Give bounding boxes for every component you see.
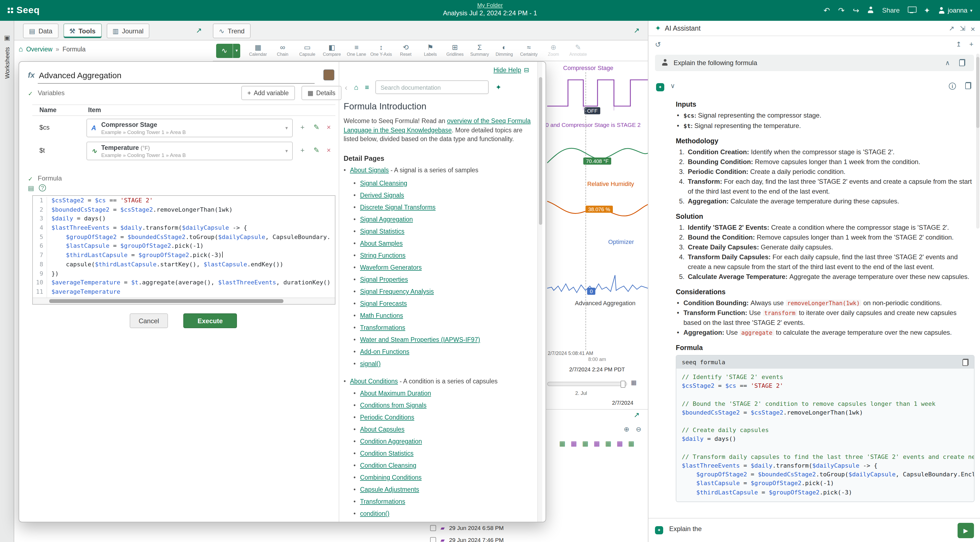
help-topic-link[interactable]: String Functions [360, 252, 406, 259]
table-icon[interactable]: ▦ [571, 440, 577, 447]
variable-add-icon[interactable]: + [301, 146, 304, 154]
copy-message-icon[interactable] [959, 59, 965, 68]
panel-tab[interactable]: ⚒ Tools [63, 24, 102, 38]
formula-editor[interactable]: 1 $csStage2 = $cs == 'STAGE 2' 2 $bounde… [32, 195, 336, 305]
seeq-logo[interactable]: Seeq [0, 5, 47, 16]
user-message-card[interactable]: Explain the following formula ∧ [655, 55, 974, 71]
help-ai-sparkle-icon[interactable]: ✦ [495, 83, 501, 91]
help-topic-link[interactable]: signal() [360, 361, 380, 367]
help-topic-link[interactable]: Condition Aggregation [360, 438, 422, 445]
ai-scrollbar[interactable] [976, 54, 980, 229]
new-chat-icon[interactable]: + [969, 40, 974, 48]
help-topic-link[interactable]: Waveform Generators [360, 264, 422, 271]
about-signals-link[interactable]: About Signals [350, 167, 389, 173]
help-scrollbar[interactable] [537, 62, 542, 522]
range-calendar-icon[interactable]: ▦ [631, 379, 636, 386]
variable-edit-icon[interactable]: ✎ [313, 146, 320, 154]
copy-code-icon[interactable] [963, 359, 969, 366]
capsule-row-checkbox[interactable] [430, 537, 436, 542]
help-topic-link[interactable]: Discrete Signal Transforms [360, 204, 436, 211]
toolbar-button[interactable]: ⚑ Labels [418, 41, 443, 60]
copy-response-icon[interactable] [965, 82, 971, 91]
table-icon[interactable]: ▦ [559, 440, 565, 447]
help-topic-link[interactable]: Transformations [360, 498, 405, 505]
help-topic-link[interactable]: Periodic Conditions [360, 414, 414, 421]
table-icon[interactable]: ▦ [628, 440, 635, 447]
help-scrollbar-thumb[interactable] [539, 77, 542, 225]
ai-prompt-input[interactable] [669, 525, 943, 533]
user-menu[interactable]: joanna ▾ [939, 6, 972, 14]
toolbar-button[interactable]: ∞ Chain [270, 41, 295, 60]
ai-assistant-toggle-icon[interactable]: ✦ [924, 6, 930, 14]
table-icon[interactable]: ▦ [582, 440, 589, 447]
help-home-icon[interactable]: ⌂ [354, 83, 358, 91]
hide-help-link[interactable]: Hide Help ⊟ [493, 66, 529, 74]
editor-hscrollbar-thumb[interactable] [49, 299, 283, 303]
toolbar-button[interactable]: ≡ One Lane [344, 41, 369, 60]
help-topic-link[interactable]: Condition Statistics [360, 450, 414, 457]
toolbar-button[interactable]: ↕ One Y-Axis [369, 41, 393, 60]
display-range-slider[interactable] [547, 382, 627, 386]
help-topic-link[interactable]: Water and Steam Properties (IAPWS-IF97) [360, 336, 480, 343]
formula-help-icon[interactable]: ? [39, 184, 46, 191]
color-swatch[interactable] [323, 70, 334, 80]
execute-button[interactable]: Execute [183, 313, 237, 328]
panel-tab[interactable]: ▥ Journal [107, 24, 150, 38]
help-topic-link[interactable]: Condition Cleansing [360, 462, 417, 469]
capsule-pane-expand-icon[interactable]: ↗ [634, 411, 640, 419]
variable-item-select[interactable]: A Compressor Stage Example » Cooling Tow… [86, 119, 293, 137]
help-topic-link[interactable]: Conditions from Signals [360, 402, 426, 408]
help-topic-link[interactable]: About Samples [360, 240, 403, 247]
undo-icon[interactable]: ↶ [824, 6, 830, 14]
table-icon[interactable]: ▦ [605, 440, 611, 447]
help-topic-link[interactable]: Math Functions [360, 312, 403, 319]
help-topic-link[interactable]: Signal Frequency Analysis [360, 288, 434, 295]
formula-name-input[interactable]: Advanced Aggregation [38, 67, 315, 84]
cancel-button[interactable]: Cancel [130, 313, 168, 328]
collapse-message-icon[interactable]: ∧ [945, 59, 950, 67]
capsule-row[interactable]: ▰ 29 Jun 2024 7:46 PM [430, 535, 504, 542]
help-index-icon[interactable]: ≡ [365, 83, 369, 91]
maximize-panel-icon[interactable]: ⇲ [960, 25, 965, 32]
toolbar-button[interactable]: ⊞ Gridlines [443, 41, 467, 60]
access-users-icon[interactable] [867, 6, 874, 14]
worksheets-rail[interactable]: ▣ Worksheets [0, 21, 14, 542]
toolbar-button[interactable]: ◐ Dimming [492, 41, 517, 60]
add-variable-button[interactable]: + Add variable [241, 86, 295, 100]
help-topic-link[interactable]: Combining Conditions [360, 474, 422, 481]
search-documentation-input[interactable] [375, 80, 489, 94]
help-topic-link[interactable]: Transformations [360, 324, 405, 331]
close-panel-icon[interactable]: × [971, 25, 975, 33]
collapse-response-icon[interactable]: ∨ [670, 82, 675, 90]
back-icon[interactable]: ‹ [345, 83, 347, 92]
editor-hscrollbar[interactable] [33, 297, 335, 304]
variable-item-select[interactable]: ∿ Temperature (°F) Example » Cooling Tow… [86, 141, 293, 160]
details-button[interactable]: ▦ Details [302, 86, 342, 100]
my-folder-link[interactable]: My Folder [443, 2, 537, 8]
help-topic-link[interactable]: Add-on Functions [360, 348, 409, 355]
tab-trend[interactable]: ∿ Trend [213, 24, 251, 38]
help-topic-link[interactable]: condition() [360, 510, 389, 517]
toolbar-button[interactable]: ≈ Certainty [517, 41, 541, 60]
toolbar-button[interactable]: ◧ Compare [320, 41, 344, 60]
variable-dropdown-caret-icon[interactable]: ▾ [285, 125, 288, 131]
variables-check-icon[interactable]: ✓ [28, 90, 33, 97]
variable-add-icon[interactable]: + [301, 123, 304, 131]
help-topic-link[interactable]: Signal Forecasts [360, 300, 407, 307]
help-topic-link[interactable]: Signal Statistics [360, 228, 404, 235]
zoom-out-icon[interactable]: ⊖ [636, 426, 641, 433]
open-external-icon[interactable]: ↗ [949, 25, 954, 32]
formula-check-icon[interactable]: ✓ [28, 176, 33, 183]
chart-type-caret[interactable]: ▾ [232, 43, 240, 58]
response-info-icon[interactable] [949, 82, 956, 90]
help-topic-link[interactable]: Derived Signals [360, 192, 404, 199]
table-icon[interactable]: ▦ [594, 440, 600, 447]
about-conditions-link[interactable]: About Conditions [350, 378, 398, 385]
table-icon[interactable]: ▦ [617, 440, 623, 447]
zoom-in-icon[interactable]: ⊕ [624, 426, 629, 433]
toolbar-button[interactable]: ✎ Annotate [566, 41, 590, 60]
toolbar-button[interactable]: Σ Summary [467, 41, 492, 60]
help-topic-link[interactable]: About Maximum Duration [360, 390, 431, 397]
ai-scrollbar-thumb[interactable] [976, 57, 980, 128]
help-topic-link[interactable]: Signal Aggregation [360, 216, 413, 223]
